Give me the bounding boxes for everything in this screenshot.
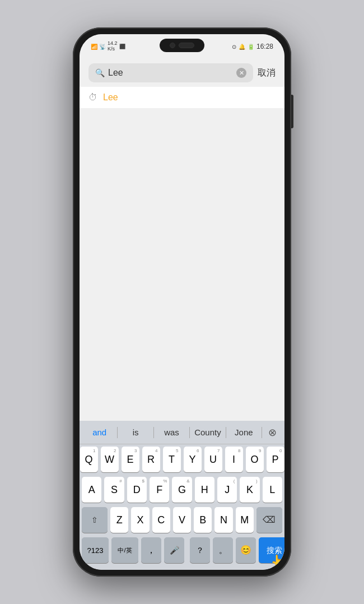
key-P[interactable]: 0P (267, 447, 284, 472)
key-K[interactable]: )K (240, 477, 259, 503)
word-suggestions-bar: and is was County Jone ⊗ (80, 421, 284, 444)
word-suggestion-county[interactable]: County (190, 426, 225, 438)
notification-icon: 🔔 (239, 44, 245, 50)
key-row-1: 1Q 2W 3E 4R 5T 6Y 7U 8I 9O 0P (82, 447, 282, 472)
search-input-wrapper[interactable]: 🔍 Lee ✕ (88, 63, 253, 82)
word-suggestion-jone[interactable]: Jone (226, 426, 262, 438)
numbers-key[interactable]: ?123 (82, 537, 109, 563)
key-row-4: ?123 中/英 ， 🎤 ？ 。 😊 搜索 👆 (82, 537, 282, 565)
history-icon: ⏱ (88, 92, 97, 103)
key-H[interactable]: H (195, 477, 214, 503)
signal-icon: 📶 (91, 44, 97, 50)
delete-key[interactable]: ⌫ (256, 507, 282, 533)
key-Q[interactable]: 1Q (80, 447, 98, 472)
key-B[interactable]: B (194, 507, 212, 533)
key-L[interactable]: L (263, 477, 282, 503)
search-icon: 🔍 (95, 68, 105, 77)
alarm-icon: ⊙ (232, 44, 236, 50)
key-S[interactable]: #S (104, 477, 124, 503)
key-E[interactable]: 3E (122, 447, 139, 472)
status-left: 📶 📡 14.2K/s ⬛ (91, 41, 125, 52)
emoji-key[interactable]: 😊 (236, 537, 256, 563)
key-I[interactable]: 8I (225, 447, 243, 472)
wifi-icon: 📡 (99, 44, 106, 50)
cancel-button[interactable]: 取消 (258, 67, 276, 79)
word-suggestion-is[interactable]: is (118, 426, 153, 438)
question-key[interactable]: ？ (190, 537, 210, 563)
language-key[interactable]: 中/英 (111, 537, 138, 563)
key-row-2: A #S $D %F &G H (J )K L (82, 477, 282, 503)
time-display: 16:28 (256, 43, 273, 50)
comma-key[interactable]: ， (141, 537, 161, 563)
phone-frame: 📶 📡 14.2K/s ⬛ ⊙ 🔔 🔋 16:28 🔍 Lee ✕ 取消 (73, 27, 291, 577)
key-M[interactable]: M (236, 507, 254, 533)
key-C[interactable]: C (152, 507, 170, 533)
key-Y[interactable]: 6Y (184, 447, 202, 472)
key-N[interactable]: N (214, 507, 232, 533)
delete-suggestion-button[interactable]: ⊗ (262, 426, 282, 439)
search-button[interactable]: 搜索 👆 (259, 537, 284, 563)
camera-notch (160, 39, 204, 52)
camera-dot (170, 43, 175, 48)
speed-text: 14.2K/s (108, 41, 118, 52)
camera-pill (179, 43, 194, 48)
status-right: ⊙ 🔔 🔋 16:28 (232, 43, 273, 50)
key-U[interactable]: 7U (204, 447, 222, 472)
key-row-3: ⇧ Z X C V B N M ⌫ (82, 507, 282, 533)
status-bar: 📶 📡 14.2K/s ⬛ ⊙ 🔔 🔋 16:28 (80, 34, 284, 59)
key-F[interactable]: %F (150, 477, 169, 503)
suggestion-row[interactable]: ⏱ Lee (80, 87, 284, 109)
main-content (80, 109, 284, 421)
video-icon: ⬛ (119, 44, 125, 49)
search-input-value: Lee (108, 68, 233, 78)
phone-screen: 📶 📡 14.2K/s ⬛ ⊙ 🔔 🔋 16:28 🔍 Lee ✕ 取消 (80, 34, 284, 570)
keyboard-area: and is was County Jone ⊗ 1Q 2W 3E 4 (80, 421, 284, 570)
clear-button[interactable]: ✕ (236, 68, 246, 78)
word-suggestion-was[interactable]: was (154, 426, 189, 438)
key-R[interactable]: 4R (142, 447, 160, 472)
shift-key[interactable]: ⇧ (82, 507, 108, 533)
battery-icon: 🔋 (248, 44, 254, 50)
cursor-icon: 👆 (270, 554, 284, 569)
key-D[interactable]: $D (127, 477, 147, 503)
key-O[interactable]: 9O (246, 447, 264, 472)
word-suggestion-and[interactable]: and (82, 426, 117, 438)
key-V[interactable]: V (173, 507, 191, 533)
key-W[interactable]: 2W (101, 447, 119, 472)
key-G[interactable]: &G (172, 477, 192, 503)
key-T[interactable]: 5T (163, 447, 181, 472)
key-Z[interactable]: Z (110, 507, 128, 533)
key-A[interactable]: A (82, 477, 101, 503)
mic-key[interactable]: 🎤 (164, 537, 184, 563)
keyboard: 1Q 2W 3E 4R 5T 6Y 7U 8I 9O 0P A #S $D %F (80, 444, 284, 565)
key-J[interactable]: (J (217, 477, 237, 503)
key-X[interactable]: X (131, 507, 149, 533)
suggestion-text: Lee (103, 92, 118, 103)
side-button (291, 95, 293, 128)
search-area: 🔍 Lee ✕ 取消 (80, 59, 284, 87)
period-key[interactable]: 。 (213, 537, 233, 563)
